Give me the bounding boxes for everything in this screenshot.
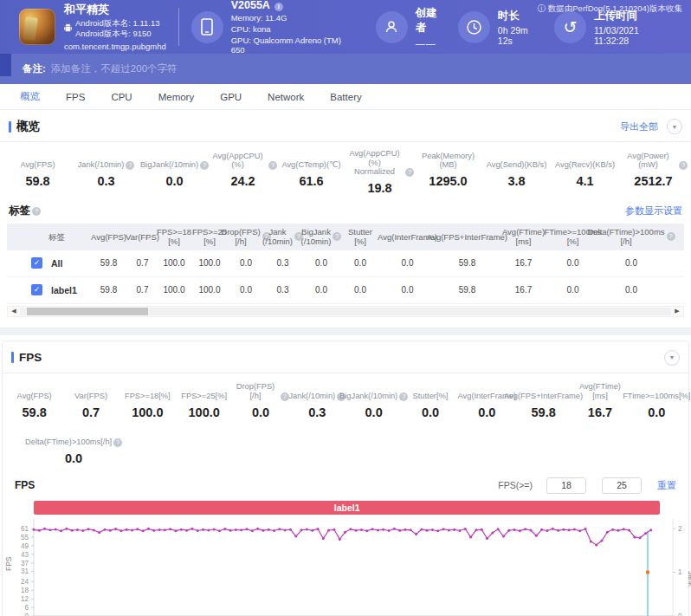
label1-band: label1 [34,501,660,515]
metric-label: Peak(Memory)(MB) [414,149,482,170]
row-checkbox[interactable]: ✓ [31,284,42,295]
fps-title: FPS [19,351,42,364]
table-cell: 59.8 [436,277,499,303]
metric: Avg(AppCPU)(%)?24.2 [209,149,277,195]
tags-help-icon[interactable]: ? [32,207,41,216]
metric-label: Avg(AppCPU)(%)? [209,149,277,170]
row-label-cell: ✓All [7,250,89,276]
metric-label: Drop(FPS)[/h]? [232,380,288,401]
reset-link[interactable]: 重置 [657,479,676,492]
creator-value: —— [416,38,442,49]
column-header: Stutter [%] [341,224,379,250]
table-cell: 0.3 [264,250,301,276]
help-icon[interactable]: ? [281,392,289,401]
tab-FPS[interactable]: FPS [53,84,98,109]
metric-label: Avg(FPS+InterFrame) [515,380,572,401]
svg-text:43: 43 [21,550,29,558]
metric: Jank(/10min)?0.3 [72,149,140,195]
table-cell: 16.7 [499,250,548,276]
column-header: Var(FPS) [128,224,157,250]
metric-value: 19.8 [346,181,414,195]
metric: Avg(Recv)(KB/s)4.1 [551,149,619,195]
tab-GPU[interactable]: GPU [207,84,255,109]
app-meta: 和平精英 Android版本名: 1.11.13 Android版本号: 915… [64,3,166,52]
param-settings-link[interactable]: 参数显示设置 [625,204,682,217]
row-checkbox[interactable]: ✓ [31,257,42,269]
column-header: BigJank (/10min)? [301,224,341,250]
row-name: All [51,258,62,269]
tab-Battery[interactable]: Battery [317,84,374,109]
svg-text:2: 2 [678,525,682,533]
duration-block: 时长 0h 29m 12s [458,9,539,46]
help-icon[interactable]: ? [333,232,341,241]
chart-title: FPS [15,479,35,491]
corner-notch [0,54,11,76]
svg-text:0: 0 [24,613,29,616]
creator-block: 创建者 —— [376,6,442,49]
duration-label: 时长 [498,9,539,23]
duration-value: 0h 29m 12s [498,25,539,46]
export-all-link[interactable]: 导出全部 [620,120,658,133]
metric-value: 0.0 [402,405,458,419]
tab-Network[interactable]: Network [255,84,317,109]
device-gpu: GPU: Qualcomm Adreno (TM) 650 [231,36,345,55]
help-icon[interactable]: ? [200,161,209,170]
tab-概览[interactable]: 概览 [7,84,53,109]
svg-text:FPS: FPS [4,556,13,571]
scrollbar-thumb[interactable] [27,308,148,315]
help-icon[interactable]: ? [679,161,688,170]
column-header: Avg(FTime) [ms] [499,224,548,250]
help-icon[interactable]: ? [126,161,134,170]
scroll-right-icon[interactable]: ▶ [671,308,683,314]
svg-text:12: 12 [21,595,29,603]
svg-text:24: 24 [21,578,29,586]
tab-Memory[interactable]: Memory [145,84,208,109]
column-header: Avg(FPS) [89,224,128,250]
fps-threshold-input-2[interactable] [602,477,642,494]
metric: FPS>=25[%]100.0 [176,380,232,419]
table-cell: 0.0 [228,250,264,276]
metric-label: Delta(FTime)>100ms[/h]? [25,426,122,447]
column-header: Avg(FPS+InterFrame) [436,224,499,250]
scroll-left-icon[interactable]: ◀ [8,308,20,314]
fps-section: FPS ▼ Avg(FPS)59.8Var(FPS)0.7FPS>=18[%]1… [2,340,689,616]
fps-threshold-input-1[interactable] [546,477,586,494]
svg-text:Jank: Jank [687,571,691,587]
table-cell: 0.7 [128,277,157,303]
overview-collapse-button[interactable]: ▼ [667,119,682,134]
table-cell: 59.8 [89,277,128,303]
table-cell: 0.0 [341,250,379,276]
metric-label: Jank(/10min)? [72,149,140,170]
metric: Avg(FTime)[ms]16.7 [572,380,628,419]
metric-value: 2512.7 [619,174,688,188]
metric-label: Avg(Recv)(KB/s) [551,149,619,170]
metric-value: 59.8 [6,405,62,419]
history-icon: ↺ [554,11,586,43]
device-info-icon[interactable]: i [274,3,283,11]
fps-collapse-button[interactable]: ▼ [664,350,680,366]
table-row: ✓label159.80.7100.0100.00.00.30.00.00.05… [7,277,684,304]
metric-label: Avg(FPS) [6,380,62,401]
section-accent [9,121,11,133]
table-cell: 0.0 [301,277,341,303]
help-icon[interactable]: ? [268,161,277,170]
metric-label: Avg(CTemp)(℃) [277,149,346,170]
svg-text:37: 37 [21,559,29,567]
help-icon[interactable]: ? [113,438,122,447]
device-memory: Memory: 11.4G [231,13,345,23]
metric: Delta(FTime)>100ms[/h]?0.0 [25,426,122,465]
help-icon[interactable]: ? [405,168,414,177]
svg-text:1: 1 [678,568,682,576]
tags-table-header: 标签Avg(FPS)Var(FPS)FPS>=18 [%]FPS>=25 [%]… [7,224,684,250]
remark-bar[interactable]: 备注: 添加备注，不超过200个字符 [0,54,691,84]
tab-CPU[interactable]: CPU [98,84,145,109]
svg-text:0: 0 [678,613,682,616]
section-accent [11,352,14,363]
table-cell: 0.0 [597,250,665,276]
remark-placeholder: 添加备注，不超过200个字符 [51,62,178,75]
metric-value: 0.0 [232,405,288,419]
device-model: V2055A [231,0,270,11]
device-block: V2055A i Memory: 11.4G CPU: kona GPU: Qu… [191,0,345,55]
table-cell: 0.3 [264,277,301,303]
table-hscrollbar[interactable]: ◀ ▶ [7,306,684,317]
